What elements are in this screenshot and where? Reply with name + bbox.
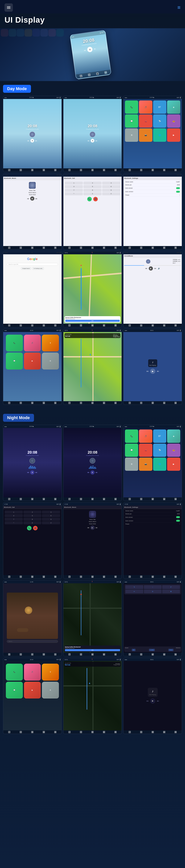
nav-settings-icon[interactable]: ⚙ bbox=[175, 498, 177, 500]
ncp-messages[interactable]: 💬 bbox=[6, 682, 23, 699]
bt-prev-btn[interactable]: ⏮ bbox=[87, 527, 89, 529]
app-music[interactable]: 🎵 bbox=[139, 430, 152, 443]
nav-music-icon[interactable]: ♪ bbox=[80, 247, 82, 249]
nav-settings-icon[interactable]: ⚙ bbox=[54, 247, 56, 249]
app-maps[interactable]: ◈ bbox=[167, 430, 180, 443]
ncp-music[interactable]: 🎵 bbox=[24, 663, 41, 681]
nav-phone-icon[interactable]: 📞 bbox=[8, 247, 10, 249]
nav-music-icon[interactable]: ♪ bbox=[80, 402, 82, 404]
app-messages[interactable]: 💬 bbox=[125, 444, 138, 457]
settings-nav[interactable]: ⚙ bbox=[162, 590, 180, 593]
nav-app-icon[interactable]: ⊞ bbox=[31, 169, 33, 171]
app-bluetooth[interactable]: BT bbox=[153, 100, 166, 114]
nav-app-icon[interactable]: ⊞ bbox=[31, 402, 33, 404]
nav-phone-icon[interactable]: 📞 bbox=[129, 402, 131, 404]
nav-home-icon[interactable]: ⌂ bbox=[31, 653, 33, 655]
nav-map-icon[interactable]: ◈ bbox=[43, 402, 45, 404]
lucky-btn[interactable]: I'm Feeling Lucky bbox=[32, 267, 44, 270]
app-item10[interactable]: 📷 bbox=[139, 128, 152, 142]
nav-settings-icon[interactable]: ⚙ bbox=[175, 653, 177, 655]
nav-settings-icon[interactable]: ⚙ bbox=[114, 653, 117, 655]
play-btn[interactable]: ▶ bbox=[150, 369, 155, 374]
nav-app-icon[interactable]: ⊞ bbox=[91, 169, 94, 171]
app-item10[interactable]: 📷 bbox=[139, 458, 152, 471]
nav-app-icon[interactable]: ⊞ bbox=[91, 247, 94, 249]
key-3[interactable]: 3 bbox=[42, 510, 60, 514]
nav-phone-icon[interactable]: 📞 bbox=[8, 169, 10, 171]
nav-music-icon[interactable]: ♪ bbox=[20, 247, 22, 249]
nav-back-icon[interactable]: ← bbox=[8, 653, 10, 655]
nav-phone-icon[interactable]: 📞 bbox=[68, 576, 71, 578]
nav-map-icon[interactable]: ◈ bbox=[163, 653, 165, 655]
nav-music-icon[interactable]: ♪ bbox=[20, 731, 22, 733]
nav-bookmarks-icon[interactable]: ☆ bbox=[54, 324, 56, 327]
key-0[interactable]: 0 bbox=[83, 192, 102, 195]
nav-settings-icon[interactable]: ⚙ bbox=[114, 324, 117, 327]
nav-music-icon[interactable]: ♪ bbox=[20, 169, 22, 171]
nav-map-icon[interactable]: ◈ bbox=[43, 731, 45, 733]
cp-youtube[interactable]: ▶ bbox=[24, 352, 41, 370]
app-settings[interactable]: ⚙ bbox=[125, 458, 138, 471]
app-waze[interactable]: 🚗 bbox=[139, 115, 152, 128]
nav-map-icon[interactable]: ◈ bbox=[163, 731, 165, 733]
nav-settings-icon[interactable]: ⚙ bbox=[175, 731, 177, 733]
nav-settings-icon[interactable]: ⚙ bbox=[175, 402, 177, 404]
nav-music-icon[interactable]: ♪ bbox=[20, 498, 22, 500]
ncp-podcasts[interactable]: 🎙 bbox=[42, 663, 59, 681]
nav-app-icon[interactable]: ⊞ bbox=[31, 247, 33, 249]
key-6[interactable]: 6 bbox=[102, 185, 120, 188]
nav-map-icon[interactable]: ◈ bbox=[43, 169, 45, 171]
cp-podcasts[interactable]: 🎙 bbox=[42, 335, 59, 351]
nav-settings-icon[interactable]: ⚙ bbox=[114, 576, 117, 578]
nav-music-icon[interactable]: ♪ bbox=[80, 324, 82, 327]
nav-settings-icon[interactable]: ⚙ bbox=[114, 402, 117, 404]
nav-music-icon[interactable]: ♪ bbox=[140, 402, 142, 404]
nav-phone-icon[interactable]: 📞 bbox=[68, 402, 71, 404]
app-messages[interactable]: 💬 bbox=[125, 115, 138, 128]
prev-track-btn[interactable]: ⏮ bbox=[146, 267, 147, 270]
call-btn[interactable]: 📞 bbox=[87, 197, 92, 202]
nav-phone-icon[interactable]: 📞 bbox=[129, 576, 131, 578]
prev-btn-night[interactable]: ⏮ bbox=[146, 700, 149, 702]
nav-map-icon[interactable]: ◈ bbox=[163, 402, 165, 404]
nav-map-icon[interactable]: ◈ bbox=[163, 576, 165, 578]
nav-map-icon[interactable]: ◈ bbox=[103, 576, 105, 578]
nav-phone-icon[interactable]: 📞 bbox=[68, 498, 71, 500]
nav-forward-icon[interactable]: → bbox=[20, 653, 22, 655]
nav-refresh-icon[interactable]: ↻ bbox=[43, 324, 45, 327]
nav-phone-icon[interactable]: 📞 bbox=[8, 731, 10, 733]
ncp-youtube[interactable]: ▶ bbox=[24, 682, 41, 699]
cp-phone[interactable]: 📞 bbox=[6, 335, 23, 351]
app-settings[interactable]: ⚙ bbox=[125, 128, 138, 142]
app-maps[interactable]: ◈ bbox=[167, 100, 180, 114]
nav-music-icon[interactable]: ♪ bbox=[140, 247, 142, 249]
nav-lines-icon[interactable]: ≡ bbox=[178, 4, 181, 10]
nav-phone-icon[interactable]: 📞 bbox=[129, 324, 131, 327]
volume-icon[interactable]: 🔊 bbox=[158, 267, 160, 270]
nav-settings-icon[interactable]: ⚙ bbox=[175, 169, 177, 171]
key-hash[interactable]: # bbox=[42, 521, 60, 524]
nav-music-icon[interactable]: ♪ bbox=[20, 576, 22, 578]
prev-btn[interactable]: ⏮ bbox=[27, 471, 29, 473]
bt-next-btn[interactable]: ⏭ bbox=[35, 197, 37, 200]
app-phone[interactable]: 📞 bbox=[125, 430, 138, 443]
play-pause-btn[interactable]: ⏸ bbox=[30, 470, 34, 474]
nav-app-icon[interactable]: ⊞ bbox=[152, 324, 154, 327]
auto-connect-toggle[interactable] bbox=[176, 191, 180, 193]
auto-answer-toggle-night[interactable] bbox=[176, 516, 180, 518]
nav-app-icon[interactable]: ⊞ bbox=[152, 402, 154, 404]
nav-music-icon[interactable]: ♪ bbox=[140, 653, 142, 655]
nav-settings-icon[interactable]: ⚙ bbox=[175, 576, 177, 578]
nav-phone-icon[interactable]: 📞 bbox=[8, 498, 10, 500]
next-btn[interactable]: ⏭ bbox=[96, 471, 98, 473]
key-8[interactable]: 8 bbox=[23, 518, 42, 521]
app-bluetooth[interactable]: BT bbox=[153, 430, 166, 443]
app-item8[interactable]: 📻 bbox=[167, 444, 180, 457]
key-hash[interactable]: # bbox=[102, 192, 120, 195]
nav-map-icon[interactable]: ◈ bbox=[103, 402, 105, 404]
nav-phone-icon[interactable]: 📞 bbox=[129, 653, 131, 655]
cp-messages[interactable]: 💬 bbox=[6, 352, 23, 370]
nav-map-icon[interactable]: ◈ bbox=[163, 498, 165, 500]
nav-map-icon[interactable]: ◈ bbox=[163, 247, 165, 249]
app-item6[interactable]: 🚗 bbox=[139, 444, 152, 457]
